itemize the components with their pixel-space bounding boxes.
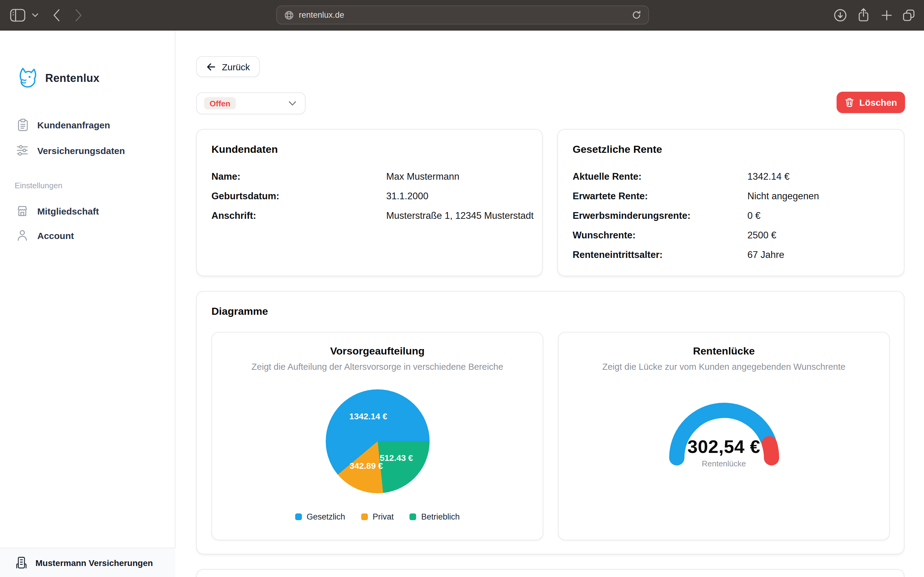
brand: Rentenlux xyxy=(17,66,100,90)
delete-button[interactable]: Löschen xyxy=(837,92,905,113)
section-label-einstellungen: Einstellungen xyxy=(14,181,62,190)
card-title: Diagramme xyxy=(211,306,268,318)
card-title: Gesetzliche Rente xyxy=(573,143,662,156)
sidebar-item-kundenanfragen[interactable]: Kundenanfragen xyxy=(0,114,175,136)
gauge-caption: Rentenlücke xyxy=(559,459,889,468)
chart-subtitle: Zeigt die Aufteilung der Altersvorsorge … xyxy=(212,362,542,372)
lynx-logo-icon xyxy=(17,66,37,90)
card-gesetzliche-rente: Gesetzliche Rente Aktuelle Rente: 1342.1… xyxy=(557,129,905,276)
brand-name: Rentenlux xyxy=(45,72,100,85)
forward-button-icon[interactable] xyxy=(74,8,82,22)
browser-toolbar: rentenlux.de xyxy=(0,0,924,31)
chart-card-rentenluecke: Rentenlücke Zeigt die Lücke zur vom Kund… xyxy=(558,332,890,540)
pie-chart: 1342.14 € 512.43 € 342.89 € xyxy=(326,389,430,493)
pie-slice-label-privat: 342.89 € xyxy=(349,461,383,471)
main-content: Zurück Offen xyxy=(176,31,924,577)
sidebar-item-versicherungsdaten[interactable]: Versicherungsdaten xyxy=(0,139,175,161)
clipboard-icon xyxy=(16,118,29,132)
sidebar-item-account[interactable]: Account xyxy=(0,224,175,246)
sidebar: Rentenlux Kundenanfragen xyxy=(0,31,175,577)
url-field[interactable]: rentenlux.de xyxy=(276,5,649,24)
building-icon xyxy=(14,556,28,570)
store-icon xyxy=(16,204,29,218)
page: Rentenlux Kundenanfragen xyxy=(0,31,924,577)
legend-item-gesetzlich[interactable]: Gesetzlich xyxy=(295,512,345,521)
field-row: Erwartete Rente: Nicht angegenen xyxy=(573,190,733,203)
legend-item-betrieblich[interactable]: Betrieblich xyxy=(410,512,460,521)
app-window: rentenlux.de xyxy=(0,0,924,577)
new-tab-icon[interactable] xyxy=(880,8,893,22)
legend-swatch xyxy=(361,513,368,520)
sidebar-item-mitgliedschaft[interactable]: Mitgliedschaft xyxy=(0,200,175,222)
sidebar-chevron-icon[interactable] xyxy=(32,13,39,18)
card-title: Kundendaten xyxy=(211,143,278,156)
legend-swatch xyxy=(410,513,417,520)
tab-overview-icon[interactable] xyxy=(901,8,916,23)
legend-swatch xyxy=(295,513,302,520)
person-icon xyxy=(16,229,29,242)
back-button-icon[interactable] xyxy=(53,8,61,22)
gauge-value: 302,54 € xyxy=(559,437,889,457)
field-row: Erwerbsminderungsrente: 0 € xyxy=(573,209,733,222)
field-row: Aktuelle Rente: 1342.14 € xyxy=(573,170,733,184)
field-row: Wunschrente: 2500 € xyxy=(573,229,733,242)
arrow-left-icon xyxy=(206,61,216,72)
chart-card-vorsorgeaufteilung: Vorsorgeaufteilung Zeigt die Aufteilung … xyxy=(211,332,543,540)
organization-name: Mustermann Versicherungen xyxy=(35,558,153,567)
field-row: Anschrift: Musterstraße 1, 12345 Musters… xyxy=(211,209,372,222)
downloads-icon[interactable] xyxy=(833,8,848,23)
pie-legend: Gesetzlich Privat Betrieblich xyxy=(212,512,542,521)
chart-title: Rentenlücke xyxy=(559,345,889,358)
pie-slice-label-gesetzlich: 1342.14 € xyxy=(349,411,388,421)
legend-item-privat[interactable]: Privat xyxy=(361,512,394,521)
trash-icon xyxy=(845,97,854,108)
chart-title: Vorsorgeaufteilung xyxy=(212,345,542,358)
url-text: rentenlux.de xyxy=(299,10,632,19)
field-row: Renteneintrittsalter: 67 Jahre xyxy=(573,248,733,262)
status-select[interactable]: Offen xyxy=(196,92,306,114)
status-badge: Offen xyxy=(204,97,236,110)
sliders-icon xyxy=(16,143,29,157)
reload-icon[interactable] xyxy=(632,10,641,19)
field-row: Name: Max Mustermann xyxy=(211,170,372,184)
card-diagramme: Diagramme Vorsorgeaufteilung Zeigt die A… xyxy=(196,291,905,554)
back-button[interactable]: Zurück xyxy=(196,56,260,77)
chart-subtitle: Zeigt die Lücke zur vom Kunden angegeben… xyxy=(559,362,889,372)
pie-slice-label-betrieblich: 512.43 € xyxy=(380,453,413,463)
organization-switcher[interactable]: Mustermann Versicherungen xyxy=(0,548,175,577)
card-kundendaten: Kundendaten Name: Max Mustermann Geburts… xyxy=(196,129,542,276)
card-partial-bottom xyxy=(196,569,905,577)
field-row: Geburtsdatum: 31.1.2000 xyxy=(211,190,372,203)
chevron-down-icon xyxy=(288,100,296,106)
sidebar-toggle-icon[interactable] xyxy=(10,8,26,23)
globe-icon xyxy=(284,10,294,20)
share-icon[interactable] xyxy=(856,7,871,23)
